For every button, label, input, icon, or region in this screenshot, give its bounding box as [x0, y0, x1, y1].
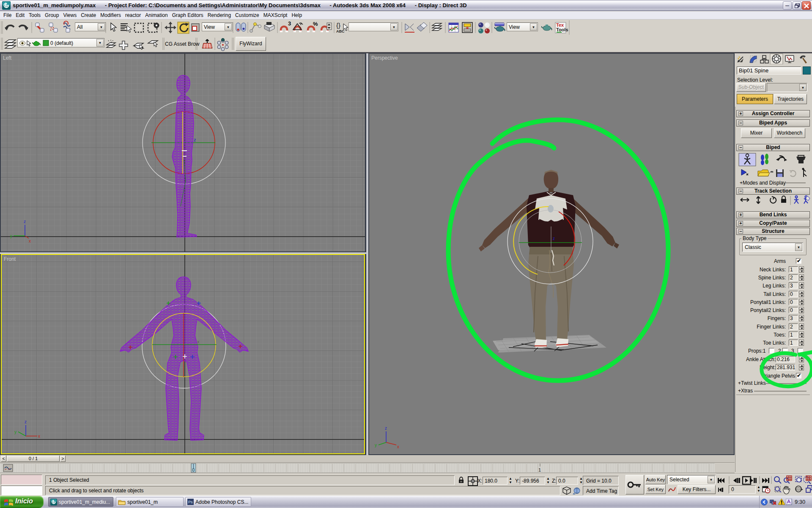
svg-text:3: 3 — [288, 20, 291, 27]
svg-text:+Modes and Display: +Modes and Display — [740, 180, 786, 186]
svg-text:{}: {} — [336, 22, 340, 29]
svg-text:Ps: Ps — [188, 500, 193, 504]
svg-text:z: z — [24, 219, 26, 224]
svg-text:z: z — [385, 426, 387, 431]
svg-text:x: x — [397, 444, 399, 449]
svg-text:z: z — [553, 236, 555, 241]
svg-text:Perspective: Perspective — [371, 55, 398, 61]
svg-text:x: x — [29, 239, 31, 243]
svg-text:z: z — [194, 137, 196, 142]
svg-text:y: y — [10, 234, 12, 238]
svg-text:1: 1 — [538, 467, 541, 472]
svg-text:Front: Front — [4, 256, 16, 262]
svg-text:x: x — [38, 434, 40, 439]
svg-text:%: % — [313, 21, 318, 27]
svg-text:z: z — [25, 420, 27, 424]
svg-text:Tools: Tools — [556, 27, 568, 32]
svg-text:x: x — [197, 339, 200, 344]
svg-text:0: 0 — [192, 468, 195, 472]
svg-text:y: y — [14, 430, 16, 434]
svg-text:Left: Left — [3, 55, 12, 61]
svg-text:ABC: ABC — [336, 29, 345, 33]
svg-text:y: y — [375, 443, 377, 447]
